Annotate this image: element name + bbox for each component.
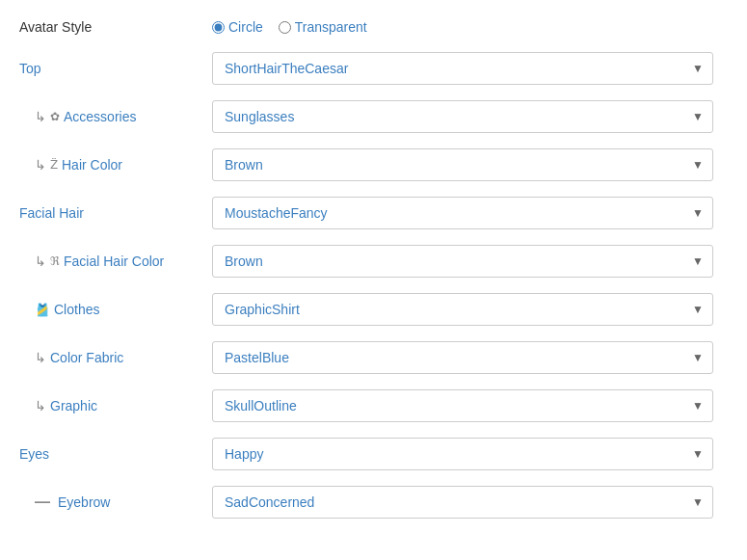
label-color-fabric: ↳ Color Fabric	[19, 350, 212, 365]
row-color-fabric: ↳ Color FabricPastelBlueBlackBlue01Blue0…	[19, 333, 728, 382]
select-wrapper-facial-hair: MoustacheFancyBeardLightBeardMajesticBea…	[212, 197, 713, 229]
avatar-style-radio-group: Circle Transparent	[212, 19, 367, 35]
clothes-icon: 🎽	[35, 303, 50, 317]
select-wrapper-facial-hair-color: BrownBlackBlondeAuburnBlondeGoldenPlatin…	[212, 245, 713, 278]
field-icon: ℜ	[50, 254, 60, 268]
select-clothes[interactable]: GraphicShirtBlazerShirtBlazerSweaterColl…	[212, 293, 713, 326]
select-eyes[interactable]: HappyCloseCryDefaultDizzyEyeRollHeartsSi…	[212, 438, 713, 470]
row-graphic: ↳ GraphicSkullOutlineBatCumbiaDeerDiamon…	[19, 382, 728, 430]
prefix-icon: ↳	[35, 109, 46, 124]
radio-circle-label: Circle	[228, 19, 263, 35]
field-label-text: Facial Hair Color	[64, 253, 164, 269]
select-facial-hair[interactable]: MoustacheFancyBeardLightBeardMajesticBea…	[212, 197, 713, 229]
select-wrapper-eyebrow: SadConcernedAngryAngryNaturalDefaultDefa…	[212, 486, 713, 519]
field-icon: Z̈	[50, 158, 58, 172]
prefix-icon: ↳	[35, 157, 46, 173]
label-facial-hair-color: ↳ ℜ Facial Hair Color	[19, 253, 212, 269]
prefix-icon: ↳	[35, 253, 46, 269]
row-hair-color: ↳ Z̈ Hair ColorBrownBlackBlondeAuburnBlo…	[19, 141, 728, 189]
prefix-icon: ↳	[35, 398, 46, 413]
select-facial-hair-color[interactable]: BrownBlackBlondeAuburnBlondeGoldenPlatin…	[212, 245, 713, 278]
field-label-text: Eyes	[19, 446, 49, 462]
field-label-text: Top	[19, 61, 41, 76]
label-accessories: ↳ ✿ Accessories	[19, 109, 212, 124]
label-top: Top	[19, 61, 212, 76]
control-graphic: SkullOutlineBatCumbiaDeerDiamondHolaPizz…	[212, 389, 728, 422]
field-label-text: Accessories	[64, 109, 136, 124]
select-accessories[interactable]: SunglassesKurtPrescription01Prescription…	[212, 100, 713, 133]
label-facial-hair: Facial Hair	[19, 205, 212, 221]
select-wrapper-graphic: SkullOutlineBatCumbiaDeerDiamondHolaPizz…	[212, 389, 713, 422]
row-facial-hair-color: ↳ ℜ Facial Hair ColorBrownBlackBlondeAub…	[19, 237, 728, 285]
select-top[interactable]: ShortHairTheCaesarShortHairDreads01Short…	[212, 52, 713, 85]
control-top: ShortHairTheCaesarShortHairDreads01Short…	[212, 52, 728, 85]
radio-circle[interactable]: Circle	[212, 19, 263, 35]
fields-container: TopShortHairTheCaesarShortHairDreads01Sh…	[19, 44, 728, 526]
select-wrapper-top: ShortHairTheCaesarShortHairDreads01Short…	[212, 52, 713, 85]
label-graphic: ↳ Graphic	[19, 398, 212, 413]
avatar-style-row: Avatar Style Circle Transparent	[19, 10, 728, 44]
radio-transparent[interactable]: Transparent	[279, 19, 367, 35]
prefix-icon: ↳	[35, 350, 46, 365]
field-label-text: Hair Color	[62, 157, 122, 173]
control-accessories: SunglassesKurtPrescription01Prescription…	[212, 100, 728, 133]
avatar-style-label: Avatar Style	[19, 19, 212, 35]
label-eyes: Eyes	[19, 446, 212, 462]
control-facial-hair: MoustacheFancyBeardLightBeardMajesticBea…	[212, 197, 728, 229]
select-hair-color[interactable]: BrownBlackBlondeAuburnBlondeGoldenPlatin…	[212, 148, 713, 181]
field-label-text: Color Fabric	[50, 350, 123, 365]
row-eyebrow: — EyebrowSadConcernedAngryAngryNaturalDe…	[19, 478, 728, 526]
select-wrapper-accessories: SunglassesKurtPrescription01Prescription…	[212, 100, 713, 133]
label-eyebrow: — Eyebrow	[19, 493, 212, 511]
prefix-icon: —	[35, 493, 50, 511]
row-clothes: 🎽 ClothesGraphicShirtBlazerShirtBlazerSw…	[19, 285, 728, 333]
field-label-text: Eyebrow	[54, 494, 110, 510]
field-label-text: Facial Hair	[19, 205, 84, 221]
select-color-fabric[interactable]: PastelBlueBlackBlue01Blue02Blue03Gray01G…	[212, 341, 713, 374]
field-label-text: Graphic	[50, 398, 97, 413]
radio-transparent-label: Transparent	[295, 19, 367, 35]
label-hair-color: ↳ Z̈ Hair Color	[19, 157, 212, 173]
select-wrapper-hair-color: BrownBlackBlondeAuburnBlondeGoldenPlatin…	[212, 148, 713, 181]
row-facial-hair: Facial HairMoustacheFancyBeardLightBeard…	[19, 189, 728, 237]
control-eyes: HappyCloseCryDefaultDizzyEyeRollHeartsSi…	[212, 438, 728, 470]
control-eyebrow: SadConcernedAngryAngryNaturalDefaultDefa…	[212, 486, 728, 519]
row-top: TopShortHairTheCaesarShortHairDreads01Sh…	[19, 44, 728, 93]
select-wrapper-eyes: HappyCloseCryDefaultDizzyEyeRollHeartsSi…	[212, 438, 713, 470]
select-graphic[interactable]: SkullOutlineBatCumbiaDeerDiamondHolaPizz…	[212, 389, 713, 422]
radio-transparent-input[interactable]	[279, 21, 291, 34]
label-clothes: 🎽 Clothes	[19, 302, 212, 317]
field-label-text: Clothes	[54, 302, 99, 317]
row-eyes: EyesHappyCloseCryDefaultDizzyEyeRollHear…	[19, 430, 728, 478]
select-wrapper-color-fabric: PastelBlueBlackBlue01Blue02Blue03Gray01G…	[212, 341, 713, 374]
control-clothes: GraphicShirtBlazerShirtBlazerSweaterColl…	[212, 293, 728, 326]
radio-circle-input[interactable]	[212, 21, 225, 34]
control-hair-color: BrownBlackBlondeAuburnBlondeGoldenPlatin…	[212, 148, 728, 181]
select-eyebrow[interactable]: SadConcernedAngryAngryNaturalDefaultDefa…	[212, 486, 713, 519]
select-wrapper-clothes: GraphicShirtBlazerShirtBlazerSweaterColl…	[212, 293, 713, 326]
row-accessories: ↳ ✿ AccessoriesSunglassesKurtPrescriptio…	[19, 93, 728, 141]
control-facial-hair-color: BrownBlackBlondeAuburnBlondeGoldenPlatin…	[212, 245, 728, 278]
field-icon: ✿	[50, 110, 60, 123]
control-color-fabric: PastelBlueBlackBlue01Blue02Blue03Gray01G…	[212, 341, 728, 374]
